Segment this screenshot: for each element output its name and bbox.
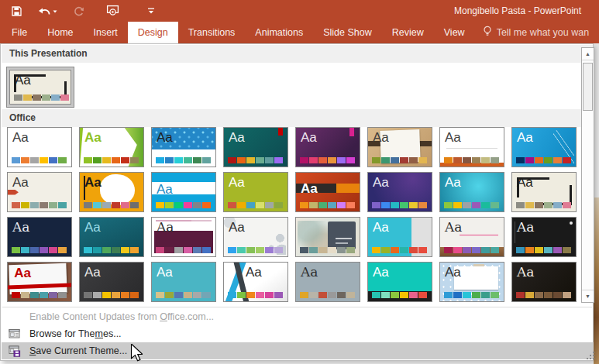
theme-integral[interactable]: Aa <box>151 127 216 167</box>
theme-aa-preview: Aa <box>445 174 461 191</box>
start-from-beginning-icon[interactable] <box>104 2 121 19</box>
theme-orange-cloud[interactable]: Aa <box>79 172 144 212</box>
resize-grip[interactable] <box>586 351 595 360</box>
theme-dark-leather[interactable]: Aa <box>511 262 577 302</box>
theme-cyan-panel[interactable]: Aa <box>367 217 432 257</box>
theme-purple-swirl[interactable]: Aa <box>367 172 432 212</box>
tab-transitions[interactable]: Transitions <box>178 22 246 43</box>
menu-separator <box>2 307 592 307</box>
browse-themes-icon <box>9 328 21 342</box>
theme-berlin[interactable]: Aa <box>295 172 360 212</box>
current-theme-selected[interactable]: Aa <box>6 67 74 108</box>
scroll-up-icon[interactable]: ▲ <box>582 48 594 60</box>
customize-quick-access-toolbar-icon[interactable] <box>143 2 160 19</box>
menu-label: Browse for Themes... <box>29 328 122 339</box>
theme-cyan-gradient[interactable]: Aa <box>439 172 504 212</box>
theme-charcoal[interactable]: Aa <box>79 262 144 302</box>
themes-gallery-dropdown: This Presentation Aa Office AaAaAaAaAaAa… <box>0 43 594 361</box>
theme-aa-preview: Aa <box>157 264 173 280</box>
tell-me-label: Tell me what you wan <box>497 27 590 38</box>
menu-item-save-current-theme[interactable]: Save Current Theme... <box>2 342 594 359</box>
theme-decoration <box>278 128 284 136</box>
theme-aa-preview: Aa <box>157 129 173 146</box>
section-header-this-presentation: This Presentation <box>2 45 593 63</box>
tab-file[interactable]: File <box>2 22 37 43</box>
theme-color-swatches <box>516 157 571 163</box>
background-slide-area <box>594 43 599 197</box>
theme-dark-teal[interactable]: Aa <box>79 217 144 257</box>
scroll-down-icon[interactable]: ▼ <box>582 290 594 302</box>
theme-plum-block[interactable]: Aa <box>151 217 216 257</box>
theme-decoration <box>570 221 573 225</box>
ribbon-tab-bar: FileHomeInsertDesignTransitionsAnimation… <box>0 22 599 43</box>
theme-color-swatches <box>12 157 67 163</box>
theme-color-swatches <box>228 247 283 253</box>
theme-aa-preview: Aa <box>12 129 29 146</box>
theme-aa-preview: Aa <box>157 219 174 235</box>
redo-icon <box>70 2 87 19</box>
theme-basis-green[interactable]: Aa <box>223 172 288 212</box>
tab-review[interactable]: Review <box>382 22 434 43</box>
save-icon[interactable] <box>8 2 25 19</box>
theme-color-swatches <box>372 202 427 208</box>
lightbulb-icon <box>483 26 492 39</box>
theme-color-swatches <box>12 247 67 253</box>
scrollbar-thumb[interactable] <box>583 63 593 111</box>
theme-color-swatches <box>300 202 355 208</box>
theme-black-serif[interactable]: Aa <box>511 217 577 257</box>
theme-aa-preview: Aa <box>12 219 29 235</box>
theme-color-swatches <box>300 157 355 163</box>
theme-aa-preview: Aa <box>373 174 389 191</box>
theme-color-swatches <box>84 202 139 208</box>
theme-aa-preview: Aa <box>84 264 101 280</box>
menu-item-browse-for-themes[interactable]: Browse for Themes... <box>2 325 594 342</box>
theme-banded[interactable]: Aa <box>151 172 216 212</box>
tab-animations[interactable]: Animations <box>245 22 313 43</box>
undo-icon[interactable] <box>36 2 59 19</box>
theme-wisp[interactable]: Aa <box>7 172 72 212</box>
theme-blue-floral-card[interactable]: Aa <box>439 262 504 302</box>
theme-decoration <box>446 148 497 149</box>
theme-teal-black-band[interactable]: Aa <box>367 262 432 302</box>
theme-aa-preview: Aa <box>517 174 533 191</box>
tab-insert[interactable]: Insert <box>84 22 128 43</box>
theme-color-swatches <box>156 157 211 163</box>
theme-decoration <box>515 221 515 243</box>
theme-ion[interactable]: Aa <box>223 127 288 167</box>
tab-slide-show[interactable]: Slide Show <box>313 22 382 43</box>
theme-mongibello[interactable]: Aa <box>511 172 577 212</box>
theme-mongibello-current[interactable]: Aa <box>9 70 71 105</box>
theme-damask[interactable]: Aa <box>7 217 72 257</box>
theme-decoration <box>349 128 354 136</box>
theme-wood-floor[interactable]: Aa <box>439 217 504 257</box>
tab-home[interactable]: Home <box>37 22 83 43</box>
theme-aa-preview: Aa <box>517 129 533 146</box>
theme-color-swatches <box>444 202 499 208</box>
office-themes-grid: AaAaAaAaAaAaAaAaAaAaAaAaAaAaAaAaAaAaAaAa… <box>7 127 577 302</box>
theme-droplet[interactable]: Aa <box>223 217 288 257</box>
theme-slice[interactable]: Aa <box>511 127 577 167</box>
theme-color-swatches <box>84 292 139 298</box>
theme-facet[interactable]: Aa <box>79 127 144 167</box>
theme-office-theme[interactable]: Aa <box>7 127 72 167</box>
tab-design[interactable]: Design <box>128 22 178 43</box>
theme-ion-boardroom[interactable]: Aa <box>295 127 360 167</box>
theme-aa-preview: Aa <box>373 219 389 235</box>
theme-color-swatches <box>444 292 499 298</box>
theme-aa-preview: Aa <box>246 264 262 280</box>
theme-diagonal-ribbon[interactable]: Aa <box>223 262 288 302</box>
theme-aa-preview: Aa <box>301 264 318 280</box>
theme-teal-solid[interactable]: Aa <box>151 262 216 302</box>
theme-organic[interactable]: Aa <box>367 127 432 167</box>
theme-color-swatches <box>444 157 499 163</box>
theme-retrospect[interactable]: Aa <box>439 127 504 167</box>
theme-decoration <box>336 238 352 239</box>
theme-aa-preview: Aa <box>84 219 101 235</box>
theme-aa-preview: Aa <box>84 129 102 146</box>
theme-gray-blue[interactable]: Aa <box>295 262 360 302</box>
theme-red-card-brick[interactable]: Aa <box>7 262 72 302</box>
theme-watercolor-leaves[interactable] <box>295 217 360 257</box>
tell-me-box[interactable]: Tell me what you wan <box>475 22 599 43</box>
tab-view[interactable]: View <box>434 22 475 43</box>
gallery-scrollbar[interactable]: ▲ ▼ <box>581 47 594 303</box>
